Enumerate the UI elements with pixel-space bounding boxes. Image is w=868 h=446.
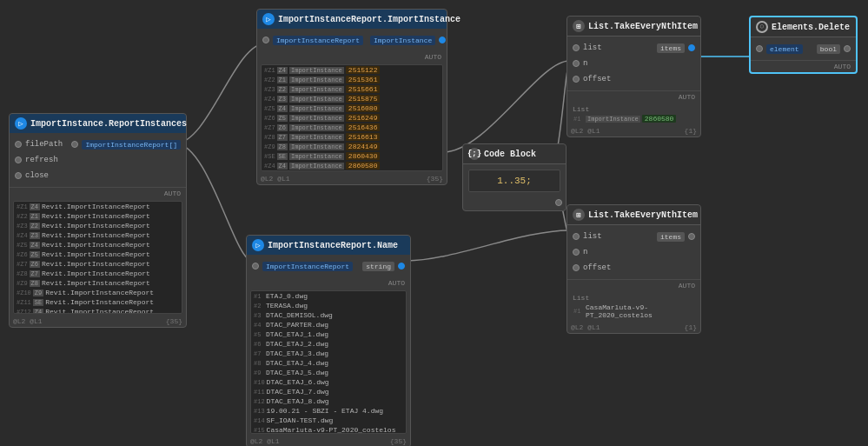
node-footer: AUTO: [10, 187, 186, 199]
port-in-btn[interactable]: element: [766, 44, 803, 54]
code-value[interactable]: 1..35;: [468, 170, 560, 192]
list-item: #13 19.00.21 - SBZI - ETAJ 4.dwg: [251, 406, 406, 416]
node-title: Code Block: [484, 150, 536, 159]
node-body: list items n offset: [567, 37, 700, 90]
list-footer: @L2 @L1 {1}: [567, 125, 700, 136]
list-item: #Z7 Z6 ImportInstance 2516436: [262, 123, 442, 132]
list-footer: @L2 @L1 {35}: [257, 173, 447, 184]
list-item: #Z3 Z2 Revit.ImportInstanceReport: [14, 221, 182, 230]
port-in: [573, 60, 580, 67]
node-elements-delete: ○ Elements.Delete element bool AUTO: [749, 16, 858, 74]
list-item: #Z4 Z3 Revit.ImportInstanceReport: [14, 230, 182, 240]
list-item: #14 SF_IOAN-TEST.dwg: [251, 416, 406, 425]
port-label: offset: [583, 263, 695, 272]
port-label: refresh: [25, 156, 181, 164]
list-item: #Z2 Z1 ImportInstance 2515361: [262, 75, 442, 84]
node-icon-grid: ⊞: [573, 20, 585, 32]
port-list: list items: [567, 229, 700, 244]
list-footer: @L2 @L1 {1}: [567, 322, 700, 333]
port-out-connector: [71, 141, 78, 148]
node-footer: AUTO: [751, 60, 856, 72]
list-item: #Z3 Z2 ImportInstance 2515661: [262, 84, 442, 94]
node-body: filePath ImportInstanceReport[] refresh …: [10, 133, 186, 187]
node-import-instance-report-instances: ▷ ImportInstance.ReportInstances filePat…: [9, 113, 187, 328]
port-out-btn[interactable]: bool: [817, 44, 840, 54]
port-filepath: filePath ImportInstanceReport[]: [10, 136, 186, 152]
port-refresh: refresh: [10, 152, 186, 168]
port-row: ImportInstanceReport string: [247, 258, 410, 274]
port-out: [439, 37, 446, 43]
node-import-instance-main: ▷ ImportInstanceReport.ImportInstance Im…: [256, 9, 447, 185]
port-label: n: [583, 248, 695, 256]
list-item: #7 DTAC_ETAJ_3.dwg: [251, 349, 406, 358]
port-offset: offset: [567, 260, 700, 276]
port-out-btn[interactable]: ImportInstanceReport[]: [82, 140, 181, 150]
node-title: List.TakeEveryNthItem: [588, 210, 698, 220]
port-close: close: [10, 168, 186, 183]
node-title: ImportInstanceReport.Name: [268, 241, 398, 250]
node-icon-grid: ⊞: [573, 209, 585, 221]
node-title: List.TakeEveryNthItem: [588, 22, 698, 31]
list-item: #Z5 Z4 ImportInstance 2516080: [262, 103, 442, 113]
list-item: #12 DTAC_ETAJ_8.dwg: [251, 396, 406, 406]
port-offset: offset: [567, 71, 700, 87]
port-out-btn[interactable]: items: [657, 232, 685, 242]
port-out-btn[interactable]: items: [657, 43, 685, 53]
list-item: #Z4 Z4 ImportInstance 2860580: [262, 161, 442, 170]
list-item: #1 CasaMarluta-v9-PT_2020_costelos: [571, 303, 697, 320]
port-in: [573, 249, 580, 256]
list-item: #9 DTAC_ETAJ_5.dwg: [251, 368, 406, 377]
port-out: [555, 199, 562, 206]
output-list: #1 ETAJ_0.dwg #2 TERASA.dwg #3 DTAC_DEMI…: [250, 290, 407, 434]
port-in: [262, 37, 269, 43]
port-in: [252, 263, 259, 270]
port-in: [573, 264, 580, 271]
port-out: [844, 45, 851, 52]
port-in-btn[interactable]: ImportInstanceReport: [273, 36, 363, 45]
node-footer: AUTO: [567, 279, 700, 291]
list-item: #Z9 Z8 Revit.ImportInstanceReport: [14, 278, 182, 288]
port-element: element bool: [751, 41, 856, 57]
port-in-connector: [15, 156, 22, 163]
node-list-take-nth-2: ⊞ List.TakeEveryNthItem list items n off…: [567, 204, 701, 334]
output-list: #Z1 Z4 ImportInstance 2515122 #Z2 Z1 Imp…: [261, 64, 443, 171]
node-body: ImportInstanceReport ImportInstance: [257, 29, 447, 51]
node-icon-circle: ○: [756, 21, 768, 33]
node-icon-blue: ▷: [15, 117, 27, 130]
list-item: #Z1 Z4 Revit.ImportInstanceReport: [14, 202, 182, 211]
port-label: filePath: [25, 140, 68, 149]
output-list: #Z1 Z4 Revit.ImportInstanceReport #Z2 Z1…: [13, 201, 182, 314]
list-item: #Z11 SE Revit.ImportInstanceReport: [14, 297, 182, 307]
list-item: #Z7 Z6 Revit.ImportInstanceReport: [14, 259, 182, 269]
port-out-btn[interactable]: string: [362, 262, 394, 271]
node-code-block: {;} Code Block 1..35;: [462, 143, 567, 211]
port-label: offset: [583, 75, 695, 83]
list-item: #SE SE ImportInstance 2860430: [262, 151, 442, 161]
list-item: #10 DTAC_ETAJ_6.dwg: [251, 377, 406, 387]
port-in: [573, 76, 580, 83]
port-out-btn[interactable]: ImportInstance: [370, 36, 435, 45]
port-n: n: [567, 56, 700, 71]
list-item: #3 DTAC_DEMISOL.dwg: [251, 310, 406, 320]
list-item: #2 TERASA.dwg: [251, 301, 406, 310]
list-item: #Z2 Z1 Revit.ImportInstanceReport: [14, 211, 182, 221]
list-item: #15 CasaMarluta-v9-PT_2020_costelos: [251, 425, 406, 434]
port-label: list: [583, 43, 617, 52]
port-in-btn[interactable]: ImportInstanceReport: [262, 262, 353, 271]
list-item: #1 ETAJ_0.dwg: [251, 291, 406, 301]
list-item: #Z9 Z8 ImportInstance 2824149: [262, 142, 442, 151]
auto-label: AUTO: [247, 277, 410, 289]
list-footer: @L2 @L1 {35}: [247, 436, 410, 446]
node-body: ImportInstanceReport string: [247, 255, 410, 277]
list-item: #4 DTAC_PARTER.dwg: [251, 320, 406, 330]
list-item: #Z12 Z4 Revit.ImportInstanceReport: [14, 307, 182, 314]
port-out: [688, 233, 695, 240]
list-item: #11 DTAC_ETAJ_7.dwg: [251, 387, 406, 396]
port-out: [398, 263, 405, 270]
list-item: #Z6 Z5 Revit.ImportInstanceReport: [14, 250, 182, 259]
list-item: #8 DTAC_ETAJ_4.dwg: [251, 358, 406, 368]
list-item: #Z4 Z3 ImportInstance 2515875: [262, 94, 442, 103]
port-label: list: [583, 232, 617, 241]
node-body: element bool: [751, 37, 856, 60]
list-item: #Z10 Z9 Revit.ImportInstanceReport: [14, 288, 182, 297]
